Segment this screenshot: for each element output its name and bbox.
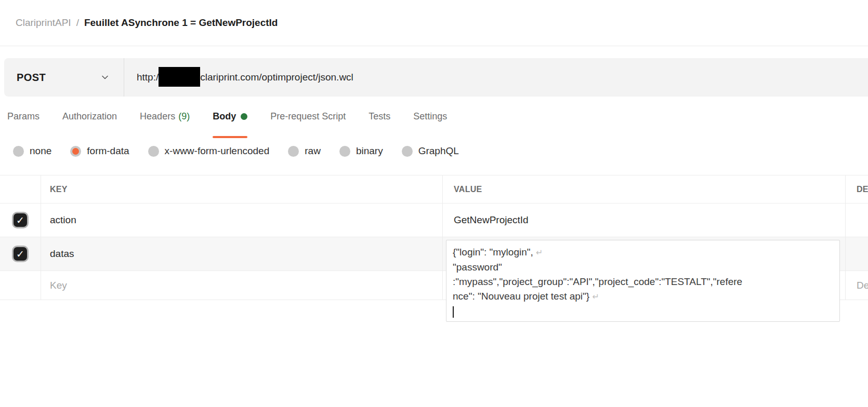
url-suffix: clariprint.com/optimproject/json.wcl [200, 72, 353, 83]
editor-line: nce": "Nouveau projet test api"} ↵ [453, 289, 835, 304]
mode-none[interactable]: none [13, 145, 51, 157]
radio-icon [148, 146, 159, 157]
description-cell[interactable] [845, 204, 868, 237]
key-cell[interactable]: action [41, 204, 442, 237]
key-column-header: KEY [41, 175, 442, 203]
request-url-bar: POST http:/clariprint.com/optimproject/j… [4, 58, 868, 97]
url-prefix: http:/ [137, 72, 159, 83]
method-dropdown[interactable]: POST [4, 58, 124, 97]
body-mode-options: none form-data x-www-form-urlencoded raw… [13, 145, 459, 157]
description-cell[interactable] [845, 237, 868, 270]
value-column-header: VALUE [442, 175, 845, 203]
radio-icon [13, 146, 24, 157]
tab-authorization[interactable]: Authorization [62, 111, 117, 122]
tab-pre-request-script[interactable]: Pre-request Script [270, 111, 346, 122]
breadcrumb: ClariprintAPI / Feuillet ASynchrone 1 = … [0, 0, 868, 46]
checkmark-icon: ✓ [16, 215, 24, 225]
table-row-action: ✓ action GetNewProjectId [0, 204, 868, 237]
headers-count-badge: (9) [178, 111, 190, 122]
editor-line [453, 304, 835, 319]
editor-line: "password" [453, 260, 835, 275]
chevron-down-icon [101, 73, 109, 82]
tab-tests[interactable]: Tests [369, 111, 390, 122]
text-cursor [453, 306, 454, 318]
tab-params[interactable]: Params [7, 111, 40, 122]
tab-body[interactable]: Body [213, 111, 247, 122]
redacted-url-segment [159, 67, 200, 87]
mode-raw[interactable]: raw [288, 145, 321, 157]
datas-value-editor[interactable]: {"login": "mylogin", ↵ "password" :"mypa… [446, 240, 840, 322]
radio-selected-icon [70, 146, 81, 157]
body-modified-dot-icon [241, 113, 247, 120]
radio-icon [288, 146, 299, 157]
key-placeholder-cell[interactable]: Key [41, 271, 442, 300]
editor-line: :"mypass","project_group":"API","project… [453, 275, 835, 289]
value-cell[interactable]: GetNewProjectId [442, 204, 845, 237]
key-cell[interactable]: datas [41, 237, 442, 270]
description-placeholder-cell[interactable]: Description [845, 271, 868, 300]
row-checkbox[interactable]: ✓ [14, 213, 27, 227]
radio-icon [402, 146, 413, 157]
mode-binary[interactable]: binary [339, 145, 383, 157]
table-header-row: KEY VALUE DESCRIPTION [0, 175, 868, 204]
header-checkbox-cell [0, 175, 41, 203]
tab-headers[interactable]: Headers(9) [140, 111, 190, 122]
breadcrumb-collection[interactable]: ClariprintAPI [16, 17, 71, 29]
empty-checkbox-cell [0, 271, 41, 300]
mode-graphql[interactable]: GraphQL [402, 145, 459, 157]
checkmark-icon: ✓ [16, 249, 24, 259]
breadcrumb-separator: / [76, 17, 79, 29]
method-label: POST [17, 72, 46, 84]
url-input[interactable]: http:/clariprint.com/optimproject/json.w… [124, 58, 353, 97]
request-tabs: Params Authorization Headers(9) Body Pre… [7, 111, 447, 122]
tab-settings[interactable]: Settings [413, 111, 447, 122]
row-checkbox[interactable]: ✓ [14, 247, 27, 261]
editor-line: {"login": "mylogin", ↵ [453, 245, 835, 260]
request-title[interactable]: Feuillet ASynchrone 1 = GetNewProjectId [84, 17, 278, 29]
description-column-header: DESCRIPTION [845, 175, 868, 203]
return-glyph-icon: ↵ [592, 292, 599, 301]
mode-x-www-form-urlencoded[interactable]: x-www-form-urlencoded [148, 145, 270, 157]
return-glyph-icon: ↵ [536, 248, 543, 257]
mode-form-data[interactable]: form-data [70, 145, 129, 157]
radio-icon [339, 146, 350, 157]
